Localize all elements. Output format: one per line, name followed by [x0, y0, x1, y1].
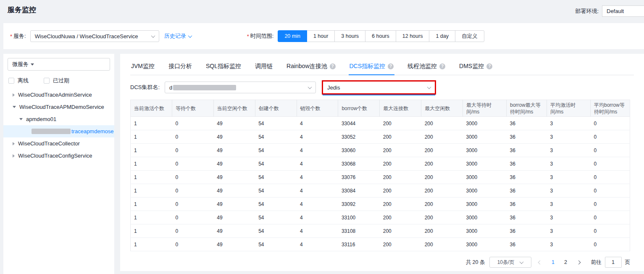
table-cell: 200: [380, 198, 421, 211]
expired-checkbox-item[interactable]: 已过期: [44, 77, 69, 84]
pool-type-select[interactable]: Jedis: [323, 82, 435, 93]
table-cell: 54: [255, 211, 297, 224]
microservice-type-select[interactable]: 微服务: [8, 58, 110, 71]
table-row: 10495443309220020030003630: [131, 198, 630, 211]
page-size-select[interactable]: 10条/页: [489, 257, 531, 268]
table-cell: 0: [591, 184, 630, 198]
dcs-cluster-select[interactable]: d: [165, 82, 316, 93]
expand-arrow-icon[interactable]: [13, 93, 15, 97]
table-cell: 54: [255, 238, 297, 251]
table-cell: 0: [172, 144, 213, 157]
tab-label: Rainbow连接池: [287, 63, 327, 70]
table-row: 10495443308420020030003630: [131, 184, 630, 198]
table-cell: 1: [131, 157, 172, 171]
collapse-arrow-icon[interactable]: [13, 106, 16, 108]
checkbox-icon[interactable]: [44, 78, 50, 84]
time-range-6hours[interactable]: 6 hours: [365, 30, 396, 42]
table-cell: 49: [213, 171, 255, 184]
service-tree: WiseCloudTraceAdminService WiseCloudTrac…: [3, 89, 114, 162]
table-cell: 0: [591, 198, 630, 211]
table-cell: 0: [172, 238, 213, 251]
redacted-text: [173, 85, 236, 90]
offline-checkbox-item[interactable]: 离线: [8, 77, 29, 84]
table-cell: 36: [507, 184, 547, 198]
prev-page-button[interactable]: [536, 257, 545, 267]
column-header: borrow最大等待时间/ms: [507, 100, 547, 117]
tree-item-apmdemo-service[interactable]: WiseCloudTraceAPMDemoService: [3, 101, 114, 113]
chevron-down-icon: [151, 34, 155, 38]
help-icon[interactable]: ?: [388, 63, 394, 69]
tree-item-label: WiseCloudTraceConfigService: [18, 153, 92, 159]
deploy-env-select[interactable]: Default: [602, 5, 644, 17]
time-range-custom[interactable]: 自定义: [455, 30, 484, 42]
history-link[interactable]: 历史记录: [164, 32, 192, 40]
dcs-cluster-label: DCS集群名:: [130, 84, 160, 91]
microservice-type-label: 微服务: [12, 61, 29, 68]
tab-rainbow-pool[interactable]: Rainbow连接池 ?: [286, 63, 336, 75]
expand-arrow-icon[interactable]: [13, 154, 15, 158]
goto-page-input[interactable]: [605, 257, 622, 268]
table-cell: 1: [131, 184, 172, 198]
table-cell: 4: [297, 171, 338, 184]
table-cell: 49: [213, 224, 255, 238]
time-range-1day[interactable]: 1 day: [429, 30, 455, 42]
tree-item-collector[interactable]: WiseCloudTraceCollector: [3, 137, 114, 150]
table-cell: 200: [421, 157, 463, 171]
tab-interface-analysis[interactable]: 接口分析: [168, 63, 193, 75]
table-row: 10495443311620020030003630: [131, 238, 630, 251]
table-cell: 0: [172, 224, 213, 238]
table-cell: 3000: [463, 130, 507, 144]
chevron-down-icon: [427, 85, 431, 89]
time-range-3hours[interactable]: 3 hours: [334, 30, 365, 42]
table-cell: 1: [131, 198, 172, 211]
table-cell: 49: [213, 184, 255, 198]
help-icon[interactable]: ?: [486, 63, 492, 69]
table-cell: 3: [547, 144, 591, 157]
table-cell: 36: [507, 198, 547, 211]
deploy-env-label: 部署环境:: [575, 8, 599, 15]
table-cell: 3: [547, 211, 591, 224]
table-cell: 0: [591, 117, 630, 130]
table-cell: 0: [172, 130, 213, 144]
table-cell: 3: [547, 184, 591, 198]
goto-suffix: 页: [625, 259, 631, 266]
checkbox-icon[interactable]: [8, 78, 14, 84]
next-page-button[interactable]: [574, 257, 584, 267]
page-number-1[interactable]: 1: [549, 259, 557, 265]
table-cell: 200: [421, 144, 463, 157]
tab-sql-metrics[interactable]: SQL指标监控: [205, 63, 242, 75]
pagination-bar: 共 20 条 10条/页 1 2 前往 页: [130, 257, 630, 268]
help-icon[interactable]: ?: [439, 63, 445, 69]
table-cell: 0: [172, 117, 213, 130]
collapse-arrow-icon[interactable]: [19, 118, 23, 120]
tab-dcs-metrics[interactable]: DCS指标监控 ?: [349, 63, 395, 75]
table-cell: 49: [213, 198, 255, 211]
time-range-1hour[interactable]: 1 hour: [307, 30, 335, 42]
help-icon[interactable]: ?: [330, 63, 336, 69]
time-range-12hours[interactable]: 12 hours: [396, 30, 430, 42]
tree-node-apmdemo01[interactable]: apmdemo01: [3, 113, 114, 125]
required-mark: *: [10, 33, 12, 40]
table-cell: 200: [380, 171, 421, 184]
table-cell: 4: [297, 198, 338, 211]
tab-call-chain[interactable]: 调用链: [254, 63, 273, 75]
required-mark: *: [247, 33, 249, 40]
table-cell: 4: [297, 184, 338, 198]
service-select[interactable]: WiseCloudNuwa / WiseCloudTraceService: [30, 30, 159, 42]
tab-thread-pool[interactable]: 线程池监控 ?: [407, 63, 446, 75]
tree-item-admin-service[interactable]: WiseCloudTraceAdminService: [3, 89, 114, 101]
table-cell: 54: [255, 184, 297, 198]
tab-dms[interactable]: DMS监控 ?: [458, 63, 493, 75]
page-number-2[interactable]: 2: [562, 259, 570, 265]
time-range-20min[interactable]: 20 min: [278, 30, 307, 42]
table-cell: 200: [421, 238, 463, 251]
table-cell: 36: [507, 211, 547, 224]
tab-label: 线程池监控: [407, 63, 437, 70]
tree-leaf-instance-selected[interactable]: traceapmdemose: [3, 125, 114, 137]
tab-jvm[interactable]: JVM监控: [130, 63, 155, 75]
table-cell: 33084: [338, 184, 380, 198]
table-row: 10495443306820020030003630: [131, 157, 630, 171]
table-cell: 200: [421, 211, 463, 224]
tree-item-config-service[interactable]: WiseCloudTraceConfigService: [3, 150, 114, 162]
expand-arrow-icon[interactable]: [13, 142, 15, 145]
